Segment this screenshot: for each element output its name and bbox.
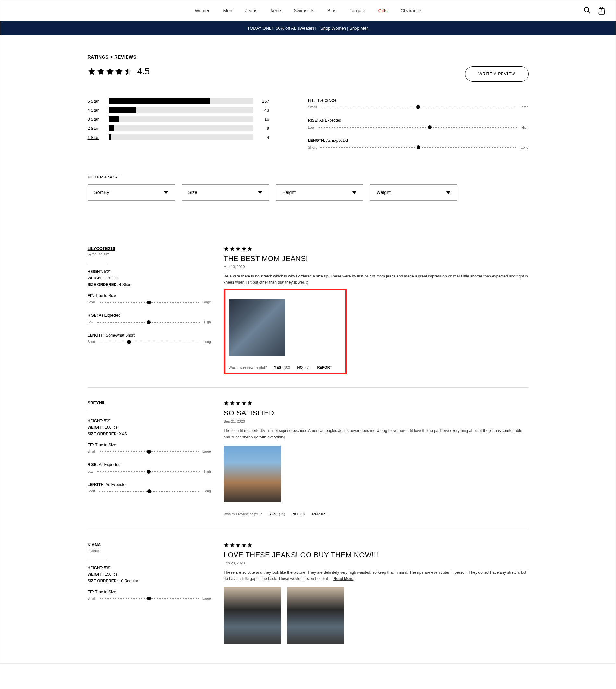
report-link[interactable]: REPORT — [312, 512, 327, 516]
read-more-link[interactable]: Read More — [333, 576, 353, 581]
star-icon — [230, 246, 235, 251]
reviewer-attr: SIZE ORDERED: 4 Short — [88, 282, 211, 287]
dist-bar — [109, 116, 253, 122]
slider-dot — [147, 489, 151, 493]
star-icon — [224, 401, 229, 406]
filter-size[interactable]: Size — [182, 184, 269, 200]
nav-link-swimsuits[interactable]: Swimsuits — [294, 8, 314, 13]
review: LILYCOTE216Syracuse, NYHEIGHT: 5'2"WEIGH… — [88, 233, 529, 387]
reviewer-name[interactable]: KIANA — [88, 542, 211, 547]
search-icon[interactable] — [583, 6, 591, 15]
dist-bar — [109, 107, 253, 113]
filter-height[interactable]: Height — [276, 184, 363, 200]
review-title: LOVE THESE JEANS! GO BUY THEM NOW!!! — [224, 551, 529, 559]
dist-link[interactable]: 3 Star — [88, 117, 102, 122]
star-icon — [124, 67, 132, 76]
star-icon — [247, 542, 252, 547]
review-image[interactable] — [229, 299, 285, 356]
dist-link[interactable]: 5 Star — [88, 99, 102, 104]
slider-label: FIT: True to Size — [308, 98, 529, 103]
nav-link-gifts[interactable]: Gifts — [378, 8, 388, 13]
slider-dot — [428, 125, 432, 129]
review: KIANAIndianaHEIGHT: 5'6"WEIGHT: 150 lbsS… — [88, 529, 529, 657]
slider-fit: FIT: True to SizeSmallLarge — [308, 98, 529, 109]
nav-link-jeans[interactable]: Jeans — [245, 8, 257, 13]
star-icon — [224, 542, 229, 547]
review-text: The jean fit me perfectly I'm not supris… — [224, 428, 529, 440]
slider-fit: FIT: True to SizeSmallLarge — [88, 294, 211, 304]
ratings-title: RATINGS + REVIEWS — [88, 55, 529, 60]
slider-rise: RISE: As ExpectedLowHigh — [88, 462, 211, 473]
dist-row: 5 Star157 — [88, 98, 269, 104]
dist-count: 4 — [260, 135, 269, 140]
dist-row: 1 Star4 — [88, 134, 269, 140]
slider-dot — [127, 340, 131, 344]
star-icon — [241, 246, 246, 251]
star-icon — [247, 246, 252, 251]
dist-bar — [109, 125, 253, 131]
filter-weight[interactable]: Weight — [370, 184, 457, 200]
reviewer-name[interactable]: LILYCOTE216 — [88, 246, 211, 251]
star-icon — [241, 401, 246, 406]
dist-row: 4 Star43 — [88, 107, 269, 113]
nav-link-aerie[interactable]: Aerie — [270, 8, 281, 13]
promo-link-women[interactable]: Shop Women — [321, 26, 346, 30]
dist-link[interactable]: 2 Star — [88, 126, 102, 131]
chevron-down-icon — [446, 191, 450, 194]
slider-rise: RISE: As ExpectedLowHigh — [88, 313, 211, 324]
helpful-row: Was this review helpful? YES(82) NO(6)RE… — [229, 365, 342, 369]
star-icon — [236, 246, 241, 251]
slider-label: LENGTH: As Expected — [308, 138, 529, 143]
helpful-yes-button[interactable]: YES — [269, 512, 277, 516]
reviewer-attr: SIZE ORDERED: XXS — [88, 432, 211, 436]
filter-sort-by[interactable]: Sort By — [88, 184, 175, 200]
reviewer-attr: WEIGHT: 120 lbs — [88, 276, 211, 280]
reviewer-attr: WEIGHT: 150 lbs — [88, 572, 211, 577]
highlighted-region: Was this review helpful? YES(82) NO(6)RE… — [224, 289, 347, 374]
nav-link-clearance[interactable]: Clearance — [401, 8, 421, 13]
slider-dot — [147, 450, 151, 454]
star-icon — [236, 542, 241, 547]
dist-count: 43 — [260, 108, 269, 113]
review-image[interactable] — [224, 587, 281, 644]
reviewer-attr: HEIGHT: 5'6" — [88, 566, 211, 570]
chevron-down-icon — [258, 191, 262, 194]
review-text: These are so cute and they look like the… — [224, 569, 529, 582]
nav-link-tailgate[interactable]: Tailgate — [350, 8, 365, 13]
nav-link-bras[interactable]: Bras — [327, 8, 337, 13]
reviewer-attr: SIZE ORDERED: 10 Regular — [88, 579, 211, 583]
review: SREYNILHEIGHT: 5'2"WEIGHT: 100 lbsSIZE O… — [88, 387, 529, 529]
filter-title: FILTER + SORT — [88, 175, 529, 179]
chevron-down-icon — [352, 191, 356, 194]
promo-link-men[interactable]: Shop Men — [349, 26, 369, 30]
slider-label: FIT: True to Size — [88, 443, 211, 447]
bag-count: 1 — [597, 9, 606, 13]
dist-bar — [109, 98, 253, 104]
review-image[interactable] — [287, 587, 344, 644]
rating-distribution: 5 Star1574 Star433 Star162 Star91 Star4 — [88, 98, 269, 158]
star-icon — [115, 67, 123, 76]
write-review-button[interactable]: WRITE A REVIEW — [465, 66, 528, 82]
bag-icon[interactable]: 1 — [597, 6, 606, 16]
dist-link[interactable]: 1 Star — [88, 135, 102, 140]
dist-row: 2 Star9 — [88, 125, 269, 131]
helpful-yes-button[interactable]: YES — [274, 365, 281, 369]
nav-link-men[interactable]: Men — [223, 8, 232, 13]
review-image[interactable] — [224, 446, 281, 502]
nav-link-women[interactable]: Women — [195, 8, 211, 13]
slider-label: FIT: True to Size — [88, 294, 211, 298]
reviewer-name[interactable]: SREYNIL — [88, 401, 211, 405]
star-icon — [247, 401, 252, 406]
helpful-no-button[interactable]: NO — [292, 512, 298, 516]
slider-rise: RISE: As ExpectedLowHigh — [308, 118, 529, 129]
slider-label: RISE: As Expected — [308, 118, 529, 123]
review-stars — [224, 401, 529, 406]
dist-link[interactable]: 4 Star — [88, 108, 102, 113]
report-link[interactable]: REPORT — [317, 365, 332, 369]
slider-label: LENGTH: As Expected — [88, 482, 211, 487]
slider-length: LENGTH: As ExpectedShortLong — [88, 482, 211, 493]
star-icon — [88, 67, 96, 76]
helpful-no-button[interactable]: NO — [298, 365, 303, 369]
reviewer-location: Syracuse, NY — [88, 252, 211, 256]
top-nav: WomenMenJeansAerieSwimsuitsBrasTailgateG… — [0, 0, 616, 21]
